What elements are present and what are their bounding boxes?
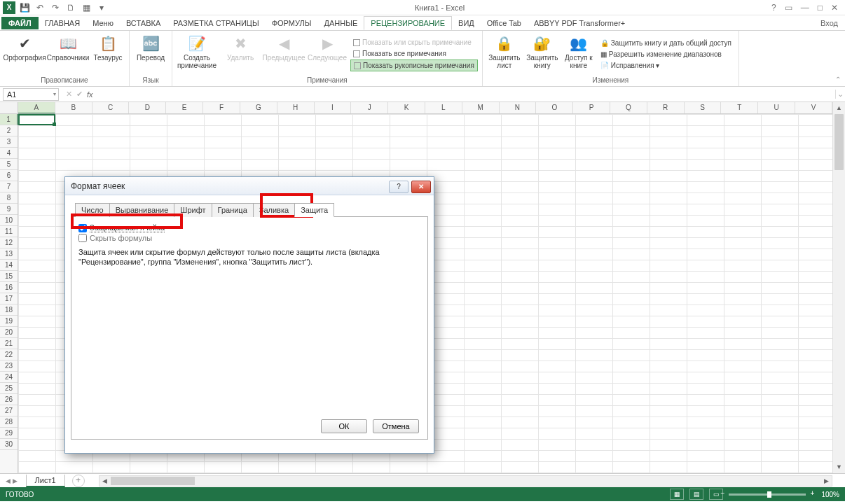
row-header[interactable]: 7 [0, 181, 18, 192]
tab-file[interactable]: ФАЙЛ [1, 17, 39, 29]
tab-page-layout[interactable]: РАЗМЕТКА СТРАНИЦЫ [167, 17, 265, 29]
tab-home[interactable]: ГЛАВНАЯ [39, 17, 86, 29]
row-header[interactable]: 18 [0, 304, 18, 316]
row-header[interactable]: 21 [0, 338, 18, 349]
cancel-button[interactable]: Отмена [373, 419, 419, 433]
dlg-tab-border[interactable]: Граница [212, 203, 254, 217]
open-icon[interactable]: ▦ [80, 1, 92, 14]
row-header[interactable]: 3 [0, 136, 18, 148]
row-header[interactable]: 19 [0, 316, 18, 327]
row-header[interactable]: 20 [0, 327, 18, 338]
new-comment-button[interactable]: 📝Создать примечание [177, 32, 217, 69]
dlg-tab-protection[interactable]: Защита [294, 203, 334, 217]
row-header[interactable]: 24 [0, 372, 18, 383]
col-header[interactable]: B [55, 102, 92, 113]
col-header[interactable]: M [462, 102, 500, 113]
add-sheet-button[interactable]: + [72, 475, 85, 487]
row-header[interactable]: 15 [0, 271, 18, 282]
research-button[interactable]: 📖Справочники [48, 32, 88, 62]
tab-office[interactable]: Office Tab [481, 17, 528, 29]
col-header[interactable]: J [351, 102, 388, 113]
protect-share-button[interactable]: 🔒Защитить книгу и дать общий доступ [598, 38, 734, 48]
scroll-left-icon[interactable]: ◀ [99, 476, 111, 486]
track-changes-button[interactable]: 📄Исправления ▾ [598, 60, 734, 71]
close-icon[interactable]: ✕ [831, 3, 838, 13]
row-header[interactable]: 6 [0, 170, 18, 181]
hidden-checkbox[interactable] [78, 234, 87, 242]
collapse-ribbon-icon[interactable]: ⌃ [835, 76, 841, 83]
row-header[interactable]: 4 [0, 148, 18, 159]
hscroll-thumb[interactable] [111, 477, 195, 485]
show-hide-comment-button[interactable]: Показать или скрыть примечание [350, 37, 478, 48]
locked-checkbox[interactable] [78, 224, 87, 232]
col-header[interactable]: L [425, 102, 462, 113]
dialog-titlebar[interactable]: Формат ячеек ? ✕ [65, 177, 434, 195]
row-header[interactable]: 10 [0, 215, 18, 226]
row-header[interactable]: 9 [0, 204, 18, 215]
row-header[interactable]: 1 [0, 114, 18, 125]
dialog-close-button[interactable]: ✕ [411, 181, 431, 193]
locked-checkbox-row[interactable]: Защищаемая ячейка [78, 223, 420, 233]
sheet-tab[interactable]: Лист1 [26, 475, 65, 487]
spelling-button[interactable]: ✔Орфография [4, 32, 45, 62]
row-header[interactable]: 28 [0, 416, 18, 428]
col-header[interactable]: O [536, 102, 573, 113]
help-icon[interactable]: ? [771, 3, 776, 13]
row-header[interactable]: 16 [0, 282, 18, 293]
row-header[interactable]: 2 [0, 125, 18, 136]
col-header[interactable]: V [795, 102, 832, 113]
show-all-comments-button[interactable]: Показать все примечания [350, 48, 478, 59]
tab-insert[interactable]: ВСТАВКА [120, 17, 167, 29]
new-icon[interactable]: 🗋 [64, 1, 77, 14]
col-header[interactable]: K [388, 102, 425, 113]
allow-ranges-button[interactable]: ▦Разрешить изменение диапазонов [598, 49, 734, 59]
protect-sheet-button[interactable]: 🔒Защитить лист [487, 32, 522, 69]
row-header[interactable]: 26 [0, 394, 18, 405]
tab-data[interactable]: ДАННЫЕ [318, 17, 364, 29]
row-header[interactable]: 11 [0, 226, 18, 237]
row-header[interactable]: 25 [0, 383, 18, 394]
col-header[interactable]: N [500, 102, 537, 113]
tab-review[interactable]: РЕЦЕНЗИРОВАНИЕ [364, 16, 452, 30]
col-header[interactable]: E [166, 102, 203, 113]
row-header[interactable]: 23 [0, 360, 18, 372]
thesaurus-button[interactable]: 📋Тезаурус [91, 32, 125, 62]
share-workbook-button[interactable]: 👥Доступ к книге [563, 32, 595, 69]
zoom-level[interactable]: 100% [821, 491, 839, 498]
show-ink-button[interactable]: Показать рукописные примечания [350, 59, 478, 71]
col-header[interactable]: R [647, 102, 685, 113]
row-header[interactable]: 5 [0, 159, 18, 170]
col-header[interactable]: Q [610, 102, 647, 113]
translate-button[interactable]: 🔤Перевод [134, 32, 167, 62]
vertical-scrollbar[interactable]: ▲ ▼ [832, 102, 845, 473]
protect-workbook-button[interactable]: 🔐Защитить книгу [525, 32, 560, 69]
col-header[interactable]: U [758, 102, 795, 113]
col-header[interactable]: H [277, 102, 315, 113]
dlg-tab-fill[interactable]: Заливка [253, 203, 295, 217]
col-header[interactable]: S [685, 102, 722, 113]
tab-formulas[interactable]: ФОРМУЛЫ [266, 17, 318, 29]
redo-icon[interactable]: ↷ [49, 1, 62, 14]
row-header[interactable]: 13 [0, 248, 18, 260]
dlg-tab-number[interactable]: Число [75, 203, 110, 217]
excel-icon[interactable]: X [3, 1, 15, 14]
col-header[interactable]: P [573, 102, 610, 113]
vscroll-thumb[interactable] [834, 114, 844, 170]
row-header[interactable]: 22 [0, 349, 18, 360]
ok-button[interactable]: ОК [321, 419, 367, 433]
horizontal-scrollbar[interactable]: ◀ ▶ [99, 475, 832, 486]
expand-formula-icon[interactable]: ⌄ [835, 90, 845, 99]
sheet-nav[interactable]: ◀ ▶ [0, 477, 23, 484]
row-header[interactable]: 30 [0, 439, 18, 450]
dlg-tab-font[interactable]: Шрифт [174, 203, 212, 217]
view-normal-icon[interactable]: ▦ [670, 489, 684, 500]
col-header[interactable]: C [92, 102, 130, 113]
col-header[interactable]: T [721, 102, 758, 113]
fx-icon[interactable]: fx [87, 90, 96, 99]
col-header[interactable]: F [203, 102, 240, 113]
qat-dropdown-icon[interactable]: ▾ [95, 1, 108, 14]
tab-view[interactable]: ВИД [452, 17, 481, 29]
hidden-checkbox-row[interactable]: Скрыть формулы [78, 233, 420, 243]
col-header[interactable]: D [129, 102, 166, 113]
scroll-up-icon[interactable]: ▲ [833, 102, 845, 114]
